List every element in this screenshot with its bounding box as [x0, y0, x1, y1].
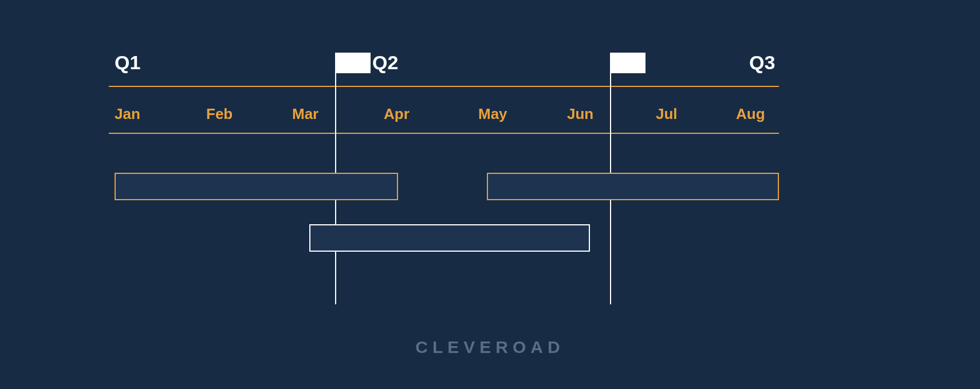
quarter-label-q1: Q1	[115, 51, 140, 74]
divider-bottom	[109, 133, 779, 134]
month-label-jun: Jun	[567, 105, 593, 123]
month-label-aug: Aug	[736, 105, 765, 123]
task-bar-1b	[487, 173, 779, 200]
task-bar-2	[309, 224, 590, 252]
milestone-flag-1	[335, 53, 371, 73]
month-label-feb: Feb	[206, 105, 233, 123]
timeline-chart: Q1 Q2 Q3 Jan Feb Mar Apr May Jun Jul Aug	[109, 51, 779, 309]
month-label-may: May	[478, 105, 507, 123]
quarter-label-q3: Q3	[749, 51, 775, 74]
month-label-jan: Jan	[115, 105, 140, 123]
divider-top	[109, 86, 779, 87]
milestone-flag-2	[610, 53, 646, 73]
month-label-apr: Apr	[384, 105, 410, 123]
month-label-jul: Jul	[656, 105, 678, 123]
watermark: CLEVEROAD	[0, 338, 980, 357]
task-bar-1a	[115, 173, 398, 200]
month-label-mar: Mar	[292, 105, 318, 123]
quarter-label-q2: Q2	[372, 51, 398, 74]
